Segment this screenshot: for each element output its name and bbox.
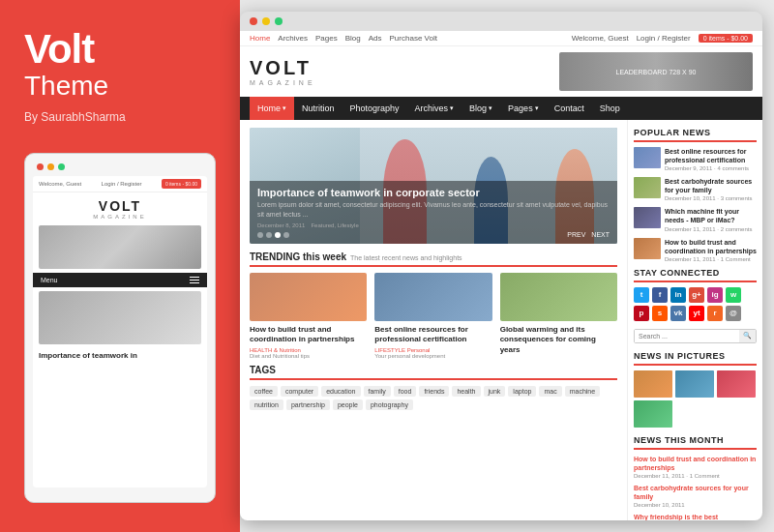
popular-title-4: How to build trust and coordination in p… [665, 238, 757, 255]
mobile-article-image [39, 291, 201, 344]
tag-education[interactable]: education [321, 386, 360, 397]
tag-friends[interactable]: friends [419, 386, 449, 397]
nav-item-contact[interactable]: Contact [547, 97, 592, 120]
email-icon[interactable]: @ [726, 306, 741, 321]
dot-1[interactable] [257, 232, 263, 238]
mobile-content: Welcome, Guest Login / Register 0 items … [33, 176, 207, 488]
month-meta-1: December 11, 2011 · 1 Comment [634, 473, 757, 479]
site-logo-sub: MAGAZINE [250, 79, 316, 86]
content-area: Importance of teamwork in corporate sect… [240, 120, 762, 520]
brand-by: By SaurabhSharma [24, 110, 216, 124]
pic-thumb-4 [634, 400, 672, 428]
welcome-text: Welcome, Guest [572, 34, 629, 43]
popular-thumb-1 [634, 147, 661, 168]
search-input[interactable] [635, 330, 739, 342]
mobile-cart[interactable]: 0 items - $0.00 [162, 179, 201, 189]
tag-junk[interactable]: junk [484, 386, 506, 397]
nav-item-nutrition[interactable]: Nutrition [294, 97, 342, 120]
facebook-icon[interactable]: f [652, 287, 668, 303]
mobile-article-title: Importance of teamwork in [33, 348, 207, 361]
dot-4[interactable] [283, 232, 289, 238]
twitter-icon[interactable]: t [634, 287, 649, 303]
tag-photography[interactable]: photography [366, 399, 413, 410]
nav-blog[interactable]: Blog [345, 34, 361, 43]
tag-coffee[interactable]: coffee [250, 386, 278, 397]
tag-mac[interactable]: mac [539, 386, 561, 397]
search-button[interactable]: 🔍 [739, 330, 756, 342]
nav-item-archives[interactable]: Archives ▾ [407, 97, 462, 120]
popular-item-4: How to build trust and coordination in p… [634, 238, 757, 262]
month-meta-2: December 10, 2011 [634, 502, 757, 508]
browser-dot-yellow[interactable] [262, 17, 270, 25]
slider-prev-btn[interactable]: PREV [567, 231, 585, 238]
nav-purchase[interactable]: Purchase Volt [390, 34, 437, 43]
tags-title: TAGS [250, 365, 276, 375]
main-navigation: Home ▾ Nutrition Photography Archives ▾ … [240, 97, 762, 120]
pinterest-icon[interactable]: p [634, 306, 649, 321]
rss-icon[interactable]: r [707, 306, 723, 321]
browser-dot-red[interactable] [250, 17, 257, 25]
mobile-menu-label: Menu [41, 277, 58, 283]
linkedin-icon[interactable]: in [670, 287, 686, 303]
browser-body: Home Archives Pages Blog Ads Purchase Vo… [240, 31, 762, 520]
slider-nav: PREV NEXT [567, 231, 610, 238]
popular-news-title: POPULAR NEWS [634, 128, 757, 142]
tag-food[interactable]: food [394, 386, 417, 397]
tag-computer[interactable]: computer [281, 386, 318, 397]
mobile-topbar: Welcome, Guest Login / Register 0 items … [33, 176, 207, 192]
nav-item-home[interactable]: Home ▾ [250, 97, 294, 120]
whatsapp-icon[interactable]: w [726, 287, 741, 303]
month-item-1: How to build trust and coordination in p… [634, 455, 757, 479]
tag-partnership[interactable]: partnership [286, 399, 330, 410]
vk-icon[interactable]: vk [670, 306, 686, 321]
tag-laptop[interactable]: laptop [508, 386, 536, 397]
login-register-link[interactable]: Login / Register [637, 34, 691, 43]
popular-meta-4: December 11, 2011 · 1 Comment [665, 256, 757, 262]
nav-pages[interactable]: Pages [315, 34, 338, 43]
popular-text-2: Best carbohydrate sources for your famil… [665, 177, 757, 201]
browser-dot-green[interactable] [275, 17, 283, 25]
mobile-dot-red [37, 163, 44, 170]
mobile-login[interactable]: Login / Register [102, 181, 142, 187]
instagram-icon[interactable]: ig [707, 287, 723, 303]
trending-item-2: Best online resources for professional c… [374, 273, 491, 359]
popular-text-1: Best online resources for professional c… [665, 147, 757, 171]
mobile-window-dots [33, 163, 207, 170]
left-panel: Volt Theme By SaurabhSharma Welcome, Gue… [0, 0, 240, 532]
nav-ads[interactable]: Ads [369, 34, 382, 43]
tag-nutrition[interactable]: nutrition [250, 399, 283, 410]
popular-text-3: Which machine fit your needs - MBP or iM… [665, 207, 757, 231]
tag-health[interactable]: health [452, 386, 480, 397]
sidebar-right: POPULAR NEWS Best online resources for p… [627, 120, 762, 520]
mobile-menu-bar[interactable]: Menu [33, 273, 207, 287]
trending-title-2: Best online resources for professional c… [374, 325, 491, 345]
slider-date: December 8, 2011 [257, 222, 305, 228]
tag-family[interactable]: family [364, 386, 391, 397]
gplus-icon[interactable]: g+ [689, 287, 704, 303]
nav-item-pages[interactable]: Pages ▾ [500, 97, 547, 120]
youtube-icon[interactable]: yt [689, 306, 704, 321]
nav-home[interactable]: Home [250, 34, 270, 43]
mobile-logo-text: VOLT [33, 198, 207, 214]
main-content: Importance of teamwork in corporate sect… [240, 120, 627, 520]
dot-3[interactable] [275, 232, 281, 238]
nav-item-shop[interactable]: Shop [592, 97, 628, 120]
tag-machine[interactable]: machine [565, 386, 600, 397]
trending-img-2 [374, 273, 491, 321]
nav-item-blog[interactable]: Blog ▾ [461, 97, 500, 120]
dot-2[interactable] [266, 232, 272, 238]
trending-grid: How to build trust and coordination in p… [250, 273, 617, 359]
popular-meta-1: December 9, 2011 · 4 comments [665, 165, 757, 171]
top-nav-links: Home Archives Pages Blog Ads Purchase Vo… [250, 34, 437, 43]
nav-item-photography[interactable]: Photography [342, 97, 407, 120]
soundcloud-icon[interactable]: s [652, 306, 668, 321]
tag-people[interactable]: people [333, 399, 363, 410]
slider-text-overlay: Importance of teamwork in corporate sect… [250, 181, 617, 244]
trending-section: TRENDING this week The latest recent new… [250, 251, 617, 359]
nav-archives[interactable]: Archives [278, 34, 308, 43]
popular-news-list: Best online resources for professional c… [634, 147, 757, 262]
popular-thumb-3 [634, 207, 661, 228]
cart-button[interactable]: 0 items - $0.00 [699, 34, 753, 43]
slider-next-btn[interactable]: NEXT [591, 231, 610, 238]
slider-bg: Importance of teamwork in corporate sect… [250, 128, 617, 244]
